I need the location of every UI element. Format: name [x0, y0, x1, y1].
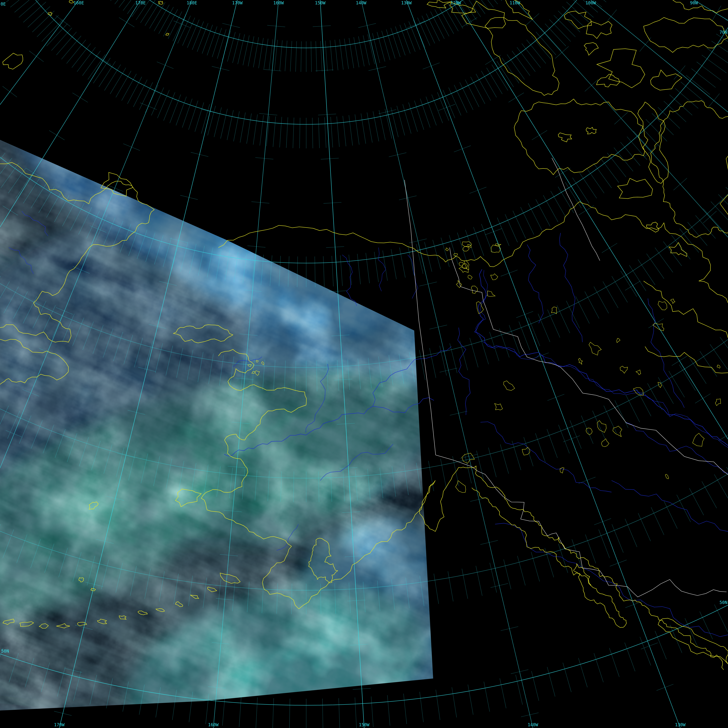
graticule-label: 50N	[1, 648, 9, 654]
graticule-label: 130W	[675, 722, 686, 727]
graticule-label: 150W	[315, 0, 326, 5]
graticule-label: 180E	[187, 0, 197, 5]
graticule-label: 160W	[273, 0, 284, 5]
graticule-label: 110W	[509, 0, 520, 5]
graticule-label: 160E	[73, 0, 84, 5]
graticule-label: 170W	[232, 0, 243, 5]
graticule-label: 0E	[1, 2, 6, 6]
graticule-label: 140W	[528, 722, 538, 727]
graticule-label: 70N	[720, 30, 727, 35]
graticule-label: 150W	[359, 722, 370, 727]
map-canvas: 0E160E170E180E170W160W150W140W130W120W11…	[0, 0, 728, 728]
graticule-label: 140W	[356, 0, 367, 5]
graticule-label: 160W	[208, 722, 219, 727]
graticule-label: 170E	[135, 0, 146, 5]
graticule-label: 50N	[720, 600, 727, 605]
graticule-label: 90W	[690, 0, 698, 5]
satellite-map-viewport: 0E160E170E180E170W160W150W140W130W120W11…	[0, 0, 728, 728]
graticule-label: 100W	[586, 0, 596, 5]
graticule-label: 120W	[451, 0, 461, 5]
graticule-label: 130W	[401, 0, 412, 5]
graticule-label: 170W	[54, 722, 65, 727]
